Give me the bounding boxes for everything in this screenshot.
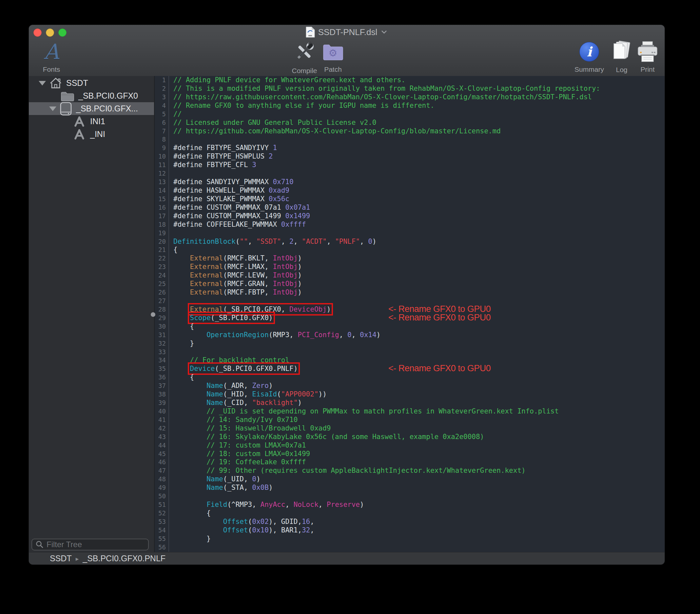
code-line-content: // This is a modified PNLF version origi… bbox=[169, 85, 600, 93]
svg-text:⚙: ⚙ bbox=[329, 47, 338, 59]
code-line-content: // Adding PNLF device for WhateverGreen.… bbox=[169, 76, 405, 85]
code-line: 44 // 17: custom LMAX=0x7a1 bbox=[155, 441, 665, 450]
code-line: 52 { bbox=[155, 509, 665, 518]
line-number: 25 bbox=[155, 280, 169, 288]
tree-item-ini[interactable]: _INI bbox=[29, 128, 154, 140]
tree-item-sb-pci0-gfx0-pnlf[interactable]: _SB.PCI0.GFX... bbox=[29, 102, 154, 115]
code-line: 5// bbox=[155, 110, 665, 118]
code-line: 42 // 15: Haswell/Broadwell 0xad9 bbox=[155, 424, 665, 433]
tree-item-ssdt[interactable]: SSDT bbox=[29, 77, 154, 89]
code-line-content: // https://github.com/RehabMan/OS-X-Clov… bbox=[169, 127, 501, 136]
window-title-group[interactable]: SSDT-PNLF.dsl bbox=[29, 25, 665, 39]
code-line: 26 External(RMCF.FBTP, IntObj) bbox=[155, 288, 665, 297]
code-line-content: { bbox=[169, 509, 211, 518]
code-line: 11#define FBTYPE_CFL 3 bbox=[155, 161, 665, 170]
code-line-content: External(_SB.PCI0.GFX0, DeviceObj)<- Ren… bbox=[169, 305, 331, 314]
search-icon bbox=[35, 540, 44, 549]
code-line: 40 // _UID is set depending on PWMMax to… bbox=[155, 407, 665, 416]
code-line: 9#define FBTYPE_SANDYIVY 1 bbox=[155, 144, 665, 152]
code-line-content: { bbox=[169, 373, 194, 382]
line-number: 46 bbox=[155, 458, 169, 466]
code-line-content: #define CUSTOM_PWMMAX_07a1 0x07a1 bbox=[169, 203, 310, 212]
code-line: 3// https://raw.githubusercontent.com/Re… bbox=[155, 93, 665, 102]
code-line-content: #define SKYLAKE_PWMMAX 0x56c bbox=[169, 195, 289, 203]
tree-item-ini1[interactable]: INI1 bbox=[29, 115, 154, 128]
disclosure-triangle-icon[interactable] bbox=[39, 81, 46, 86]
tree-item-label: _SB.PCI0.GFX... bbox=[76, 104, 138, 113]
code-line-content: Offset(0x10), BAR1,32, bbox=[169, 526, 314, 535]
fonts-label: Fonts bbox=[29, 65, 76, 73]
line-number: 52 bbox=[155, 509, 169, 518]
code-line-content: #define SANDYIVY_PWMMAX 0x710 bbox=[169, 178, 293, 186]
line-number: 12 bbox=[155, 170, 169, 178]
rename-annotation: <- Rename GFX0 to GPU0 bbox=[388, 314, 491, 322]
code-line-content: // 99: Other (requires custom AppleBackl… bbox=[169, 466, 526, 475]
line-number: 45 bbox=[155, 450, 169, 459]
code-line: 56 bbox=[155, 543, 665, 552]
code-line-content bbox=[169, 229, 178, 238]
code-line-content bbox=[169, 170, 178, 178]
disclosure-triangle-icon[interactable] bbox=[49, 106, 57, 111]
code-line: 7// https://github.com/RehabMan/OS-X-Clo… bbox=[155, 127, 665, 136]
print-label: Print bbox=[623, 65, 665, 73]
patch-button[interactable]: ⚙ Patch bbox=[308, 39, 358, 73]
line-number: 49 bbox=[155, 484, 169, 492]
code-line: 49 Name(_STA, 0x0B) bbox=[155, 484, 665, 492]
window-chrome: SSDT-PNLF.dsl A Fonts bbox=[29, 25, 665, 76]
line-number: 29 bbox=[155, 314, 169, 322]
line-number: 55 bbox=[155, 535, 169, 543]
code-line-content: // 17: custom LMAX=0x7a1 bbox=[169, 441, 306, 450]
code-line-content bbox=[169, 543, 178, 552]
line-number: 35 bbox=[155, 365, 169, 373]
code-line-content: External(RMCF.GRAN, IntObj) bbox=[169, 280, 302, 288]
device-icon bbox=[60, 102, 72, 116]
code-editor[interactable]: 1// Adding PNLF device for WhateverGreen… bbox=[155, 76, 665, 552]
navigator-sidebar: SSDT _SB.PCI0.GFX0 bbox=[29, 76, 155, 552]
line-number: 3 bbox=[155, 93, 169, 102]
code-line-content: // For backlight control bbox=[169, 356, 289, 365]
line-number: 21 bbox=[155, 246, 169, 254]
code-line-content: // 18: custom LMAX=0x1499 bbox=[169, 450, 310, 459]
code-line: 30 { bbox=[155, 322, 665, 331]
line-number: 48 bbox=[155, 475, 169, 484]
code-line-content: // Rename GFX0 to anything else if your … bbox=[169, 102, 435, 110]
titlebar: SSDT-PNLF.dsl bbox=[29, 25, 665, 38]
code-line-content: #define FBTYPE_CFL 3 bbox=[169, 161, 256, 170]
line-number: 10 bbox=[155, 152, 169, 161]
code-line: 55 } bbox=[155, 535, 665, 543]
tree-item-label: _INI bbox=[90, 129, 105, 139]
maciasl-window: SSDT-PNLF.dsl A Fonts bbox=[29, 25, 665, 565]
folder-icon bbox=[61, 91, 74, 101]
line-number: 31 bbox=[155, 331, 169, 339]
code-line-content bbox=[169, 348, 178, 356]
fonts-button[interactable]: A Fonts bbox=[29, 39, 76, 73]
code-line-content: // _UID is set depending on PWMMax to ma… bbox=[169, 407, 559, 416]
line-number: 2 bbox=[155, 85, 169, 93]
code-line: 36 { bbox=[155, 373, 665, 382]
code-line-content: External(RMCF.FBTP, IntObj) bbox=[169, 288, 302, 297]
code-line-content bbox=[169, 135, 178, 144]
line-marker-dot bbox=[151, 312, 155, 317]
code-line: 14#define HASWELL_PWMMAX 0xad9 bbox=[155, 186, 665, 195]
filter-tree-input[interactable]: Filter Tree bbox=[32, 539, 149, 550]
code-line: 53 Offset(0x02), GDID,16, bbox=[155, 518, 665, 526]
tree-item-sb-pci0-gfx0[interactable]: _SB.PCI0.GFX0 bbox=[29, 89, 154, 102]
line-number: 39 bbox=[155, 399, 169, 407]
code-line: 41 // 14: Sandy/Ivy 0x710 bbox=[155, 416, 665, 424]
line-number: 40 bbox=[155, 407, 169, 416]
code-area: 1// Adding PNLF device for WhateverGreen… bbox=[155, 76, 665, 552]
line-number: 20 bbox=[155, 238, 169, 246]
chevron-down-icon[interactable] bbox=[380, 30, 388, 34]
code-line-content: Name(_ADR, Zero) bbox=[169, 382, 273, 390]
code-line-content: DefinitionBlock("", "SSDT", 2, "ACDT", "… bbox=[169, 238, 377, 246]
filter-placeholder: Filter Tree bbox=[47, 540, 82, 549]
print-button[interactable]: Print bbox=[623, 39, 665, 73]
code-line: 17#define CUSTOM_PWMMAX_1499 0x1499 bbox=[155, 212, 665, 221]
code-line-content: Name(_CID, "backlight") bbox=[169, 399, 302, 407]
code-line: 4// Rename GFX0 to anything else if your… bbox=[155, 102, 665, 110]
code-line: 29 Scope(_SB.PCI0.GFX0)<- Rename GFX0 to… bbox=[155, 314, 665, 322]
code-line-content: } bbox=[169, 535, 211, 543]
code-line-content: #define COFFEELAKE_PWMMAX 0xffff bbox=[169, 221, 306, 229]
code-line: 50 bbox=[155, 492, 665, 501]
code-line-content: #define FBTYPE_HSWPLUS 2 bbox=[169, 152, 273, 161]
